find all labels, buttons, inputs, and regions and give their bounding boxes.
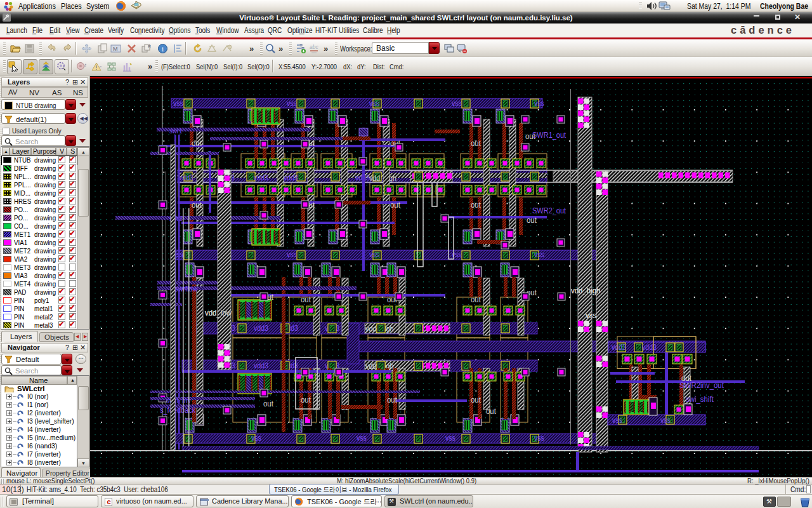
svg-text:out: out: [471, 138, 481, 148]
svg-text:out: out: [486, 406, 496, 416]
svg-text:out: out: [527, 215, 537, 225]
svg-text:out: out: [390, 200, 400, 210]
svg-text:vdd_high: vdd_high: [571, 286, 601, 295]
svg-text:vdd3: vdd3: [254, 324, 268, 332]
svg-text:vdd3: vdd3: [642, 343, 657, 351]
svg-text:vss: vss: [357, 434, 367, 442]
svg-text:vss: vss: [287, 99, 297, 107]
svg-text:out: out: [471, 200, 481, 210]
svg-text:out: out: [301, 395, 311, 404]
svg-text:R: R: [148, 44, 151, 49]
svg-text:M: M: [113, 46, 118, 52]
svg-text:out: out: [263, 399, 273, 408]
svg-text:vss: vss: [612, 416, 622, 424]
svg-text:out: out: [387, 395, 397, 404]
svg-text:vss: vss: [534, 250, 544, 258]
svg-text:s_feedback: s_feedback: [160, 405, 195, 414]
svg-text:abc: abc: [310, 44, 318, 50]
svg-text:out: out: [301, 295, 311, 304]
svg-text:swrflow: swrflow: [174, 284, 198, 293]
svg-text:vss: vss: [660, 416, 671, 424]
svg-text:swrf_inv: swrf_inv: [166, 396, 191, 404]
svg-text:out: out: [192, 138, 202, 148]
svg-text:vdd3: vdd3: [254, 361, 268, 370]
svg-text:vss: vss: [251, 434, 261, 442]
svg-text:vdd_low: vdd_low: [205, 308, 232, 318]
svg-text:out: out: [471, 295, 481, 304]
svg-text:vss: vss: [173, 99, 183, 107]
svg-text:vss: vss: [445, 434, 455, 442]
svg-text:vdd3: vdd3: [284, 173, 298, 182]
svg-text:vss: vss: [586, 311, 596, 320]
svg-text:vdd3: vdd3: [254, 173, 268, 182]
svg-text:vss: vss: [369, 250, 379, 258]
svg-text:vdd3: vdd3: [612, 343, 626, 351]
svg-text:vss: vss: [287, 250, 297, 258]
svg-text:vdd_high: vdd_high: [369, 174, 396, 182]
svg-text:SWR2inv_out: SWR2inv_out: [679, 380, 724, 390]
svg-text:i: i: [162, 45, 164, 53]
svg-text:vss: vss: [534, 99, 544, 107]
svg-text:out: out: [192, 200, 202, 210]
svg-text:vss: vss: [369, 99, 379, 107]
svg-text:vss: vss: [534, 434, 544, 442]
svg-text:vss: vss: [452, 99, 462, 107]
svg-text:vdd3: vdd3: [179, 173, 193, 182]
svg-text:SWR1_out: SWR1_out: [532, 130, 566, 139]
svg-text:swr1: swr1: [169, 127, 183, 135]
svg-text:out: out: [471, 395, 481, 404]
svg-text:swi_shift: swi_shift: [686, 394, 714, 404]
svg-text:SWR2_out: SWR2_out: [532, 206, 566, 215]
